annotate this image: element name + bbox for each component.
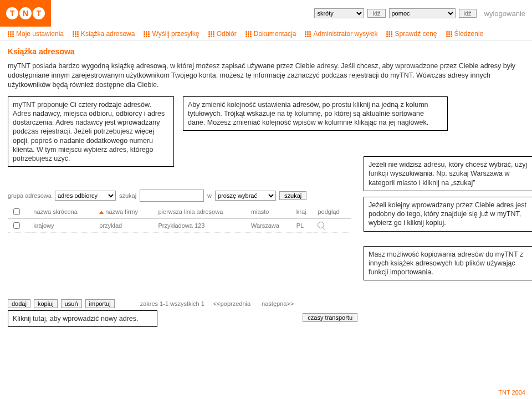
cell-country: PL	[293, 219, 315, 233]
logout-link[interactable]: wylogowanie	[484, 9, 525, 18]
pager-range: zakres 1-1 wszystkich 1	[140, 300, 204, 307]
nav-sledzenie[interactable]: Śledzenie	[442, 30, 488, 38]
address-table: nazwa skrócona nazwa firmy pierwsza lini…	[8, 205, 351, 233]
search-input[interactable]	[140, 190, 204, 202]
search-label: szukaj	[119, 192, 136, 199]
intro-text: myTNT posiada bardzo wygodną książkę adr…	[8, 62, 523, 90]
logo-letter: N	[19, 7, 32, 19]
note-address-types: myTNT proponuje Ci cztery rodzaje adresó…	[8, 96, 174, 167]
nav-administrator[interactable]: Administrator wysyłek	[300, 30, 382, 38]
sort-arrow-icon	[99, 211, 104, 214]
note-import: Masz możliwość kopiowania adresów do myT…	[364, 246, 532, 281]
shortcuts-select[interactable]: skróty	[314, 8, 364, 18]
logo: T N T	[0, 0, 51, 27]
th-city[interactable]: miasto	[248, 205, 293, 219]
page-title: Książka adresowa	[8, 47, 524, 56]
nav-dokumentacja[interactable]: Dokumentacja	[241, 30, 301, 38]
footer-copyright: TNT 2004	[498, 389, 525, 396]
magnifier-icon	[318, 222, 324, 228]
nav-sprawdz-cene[interactable]: Sprawdź cenę	[382, 30, 441, 38]
logo-letter: T	[6, 7, 18, 19]
add-button[interactable]: dodaj	[8, 299, 30, 308]
cell-short: krajowy	[30, 219, 96, 233]
main-nav: Moje ustawienia Książka adresowa Wyślij …	[0, 28, 532, 40]
cell-city: Warszawa	[248, 219, 293, 233]
th-firm[interactable]: nazwa firmy	[96, 205, 155, 219]
pager-next[interactable]: następna>>	[262, 300, 294, 307]
nav-wyslij-przesylke[interactable]: Wyślij przesyłkę	[139, 30, 203, 38]
note-add-address: Kliknij tutaj, aby wprowadzić nowy adres…	[8, 310, 157, 327]
th-short[interactable]: nazwa skrócona	[30, 205, 96, 219]
go-button-2[interactable]: idź	[459, 9, 477, 18]
help-select[interactable]: pomoc	[389, 8, 456, 18]
search-field-select[interactable]: proszę wybrać	[215, 191, 276, 201]
note-search: Jeżeli nie widzisz adresu, który chcesz …	[364, 156, 532, 191]
in-label: w	[207, 192, 212, 199]
cell-preview[interactable]	[314, 219, 351, 233]
group-select[interactable]: adres odbiorcy	[55, 191, 116, 201]
select-all-checkbox[interactable]	[13, 208, 20, 215]
th-country[interactable]: kraj	[293, 205, 315, 219]
cell-addr: Przykładowa 123	[155, 219, 247, 233]
th-preview[interactable]: podgląd	[314, 205, 351, 219]
logo-letter: T	[33, 7, 45, 19]
table-row[interactable]: krajowy przykład Przykładowa 123 Warszaw…	[8, 219, 351, 233]
nav-ksiazka-adresowa[interactable]: Książka adresowa	[68, 30, 139, 38]
row-checkbox[interactable]	[13, 222, 20, 229]
import-button[interactable]: importuj	[85, 299, 115, 308]
nav-odbior[interactable]: Odbiór	[204, 30, 241, 38]
delete-button[interactable]: usuń	[61, 299, 82, 308]
th-checkbox	[8, 205, 30, 219]
th-addr[interactable]: pierwsza linia adresowa	[155, 205, 247, 219]
nav-moje-ustawienia[interactable]: Moje ustawienia	[3, 30, 68, 38]
copy-button[interactable]: kopiuj	[34, 299, 58, 308]
note-sort-columns: Aby zmienić kolejność ustawienia adresów…	[183, 96, 448, 131]
group-label: grupa adresowa	[8, 192, 52, 199]
note-copy: Jeżeli kolejny wprowadzany przez Ciebie …	[364, 197, 532, 232]
go-button-1[interactable]: idź	[367, 9, 385, 18]
cell-firm: przykład	[96, 219, 155, 233]
search-button[interactable]: szukaj	[279, 191, 306, 200]
transport-times-button[interactable]: czasy transportu	[303, 313, 357, 322]
pager-prev[interactable]: <<poprzednia	[213, 300, 250, 307]
